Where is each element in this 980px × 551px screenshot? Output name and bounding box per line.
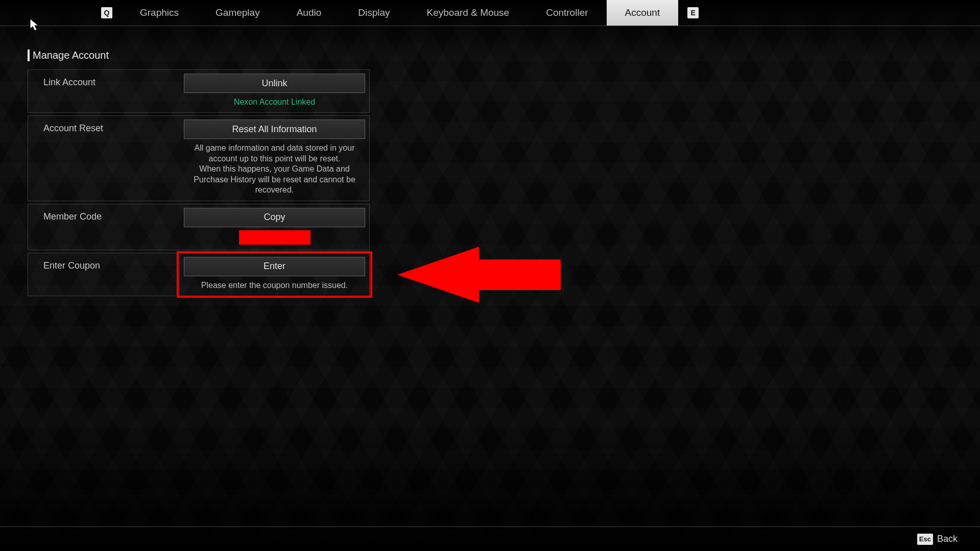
prev-tab-key-icon: Q <box>101 7 112 18</box>
enter-coupon-panel-right: Enter Please enter the coupon number iss… <box>180 253 369 296</box>
link-account-panel: Link Account Unlink Nexon Account Linked <box>28 69 370 113</box>
enter-coupon-button[interactable]: Enter <box>184 257 365 276</box>
reset-all-button[interactable]: Reset All Information <box>184 119 365 139</box>
copy-member-code-button[interactable]: Copy <box>184 208 365 227</box>
tab-keyboard-mouse[interactable]: Keyboard & Mouse <box>409 0 528 26</box>
member-code-label: Member Code <box>28 204 180 250</box>
link-account-panel-right: Unlink Nexon Account Linked <box>180 70 369 112</box>
account-reset-label: Account Reset <box>28 116 180 200</box>
tab-graphics[interactable]: Graphics <box>122 0 197 26</box>
tab-audio[interactable]: Audio <box>278 0 340 26</box>
tab-gameplay[interactable]: Gameplay <box>197 0 278 26</box>
next-tab-key-icon: E <box>687 7 699 18</box>
unlink-button[interactable]: Unlink <box>184 74 365 93</box>
mouse-cursor-icon <box>30 18 41 32</box>
tab-controller[interactable]: Controller <box>528 0 606 26</box>
account-reset-panel-right: Reset All Information All game informati… <box>180 116 369 200</box>
account-reset-note-line2: When this happens, your Game Data and Pu… <box>194 164 355 194</box>
account-reset-panel: Account Reset Reset All Information All … <box>28 115 370 201</box>
back-button[interactable]: Back <box>937 534 958 544</box>
account-reset-note: All game information and data stored in … <box>184 143 365 195</box>
annotation-arrow-icon <box>397 244 561 305</box>
manage-account-section: Manage Account Link Account Unlink Nexon… <box>28 50 370 296</box>
tab-display[interactable]: Display <box>340 0 408 26</box>
member-code-panel: Member Code Copy <box>28 204 370 250</box>
member-code-panel-right: Copy <box>180 204 369 250</box>
enter-coupon-label: Enter Coupon <box>28 253 180 296</box>
svg-marker-0 <box>397 247 561 303</box>
enter-coupon-hint: Please enter the coupon number issued. <box>201 280 348 291</box>
footer-bar: Esc Back <box>0 526 980 551</box>
member-code-value-redacted <box>239 230 310 245</box>
svg-marker-1 <box>30 19 38 31</box>
link-account-label: Link Account <box>28 70 180 112</box>
link-account-status: Nexon Account Linked <box>234 97 315 107</box>
settings-tabbar: Q Graphics Gameplay Audio Display Keyboa… <box>0 0 980 26</box>
account-reset-note-line1: All game information and data stored in … <box>195 143 355 162</box>
section-title: Manage Account <box>28 50 370 61</box>
esc-key-icon: Esc <box>917 534 933 545</box>
enter-coupon-panel: Enter Coupon Enter Please enter the coup… <box>28 253 370 296</box>
tab-account[interactable]: Account <box>607 0 679 26</box>
